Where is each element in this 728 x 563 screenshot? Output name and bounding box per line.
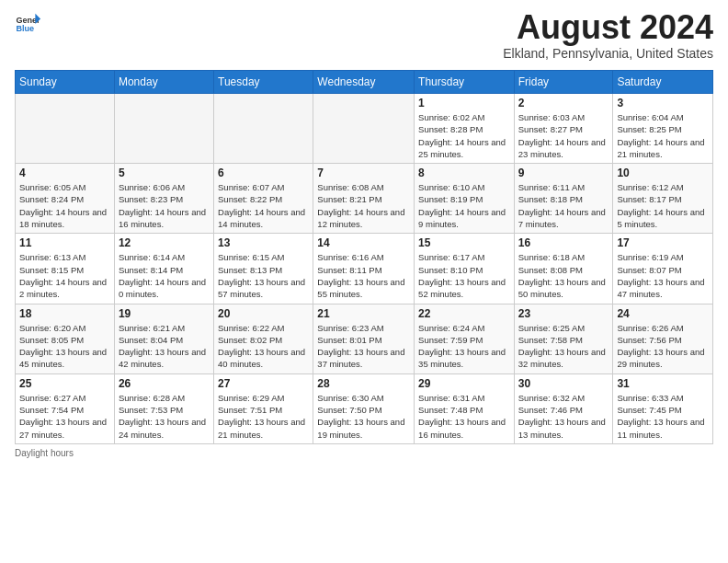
day-info: Sunrise: 6:18 AM Sunset: 8:08 PM Dayligh…: [518, 251, 609, 300]
day-number: 23: [518, 307, 609, 320]
calendar-cell: 6Sunrise: 6:07 AM Sunset: 8:22 PM Daylig…: [214, 164, 313, 234]
day-number: 25: [19, 377, 110, 390]
day-info: Sunrise: 6:06 AM Sunset: 8:23 PM Dayligh…: [119, 181, 210, 230]
day-info: Sunrise: 6:11 AM Sunset: 8:18 PM Dayligh…: [518, 181, 609, 230]
day-info: Sunrise: 6:13 AM Sunset: 8:15 PM Dayligh…: [19, 251, 110, 300]
calendar-cell: 5Sunrise: 6:06 AM Sunset: 8:23 PM Daylig…: [114, 164, 213, 234]
day-info: Sunrise: 6:19 AM Sunset: 8:07 PM Dayligh…: [617, 251, 709, 300]
day-number: 5: [119, 167, 210, 179]
day-info: Sunrise: 6:12 AM Sunset: 8:17 PM Dayligh…: [617, 181, 709, 230]
col-friday: Friday: [514, 71, 613, 94]
calendar-cell: 8Sunrise: 6:10 AM Sunset: 8:19 PM Daylig…: [415, 164, 515, 234]
week-row-2: 4Sunrise: 6:05 AM Sunset: 8:24 PM Daylig…: [16, 164, 713, 234]
calendar-cell: 17Sunrise: 6:19 AM Sunset: 8:07 PM Dayli…: [613, 234, 713, 304]
day-info: Sunrise: 6:21 AM Sunset: 8:04 PM Dayligh…: [119, 322, 210, 371]
day-number: 8: [418, 167, 510, 179]
calendar-cell: 23Sunrise: 6:25 AM Sunset: 7:58 PM Dayli…: [514, 304, 613, 373]
day-number: 1: [418, 97, 510, 109]
page: General Blue August 2024 Elkland, Pennsy…: [0, 0, 728, 465]
header: General Blue August 2024 Elkland, Pennsy…: [15, 11, 713, 61]
col-sunday: Sunday: [16, 71, 115, 94]
calendar-cell: 13Sunrise: 6:15 AM Sunset: 8:13 PM Dayli…: [214, 234, 313, 304]
calendar-cell: 25Sunrise: 6:27 AM Sunset: 7:54 PM Dayli…: [16, 373, 115, 443]
subtitle: Elkland, Pennsylvania, United States: [503, 46, 713, 61]
day-number: 31: [617, 377, 709, 390]
calendar-cell: 27Sunrise: 6:29 AM Sunset: 7:51 PM Dayli…: [214, 373, 313, 443]
day-number: 6: [218, 167, 309, 179]
day-info: Sunrise: 6:05 AM Sunset: 8:24 PM Dayligh…: [19, 181, 110, 230]
calendar-cell: 21Sunrise: 6:23 AM Sunset: 8:01 PM Dayli…: [313, 304, 415, 373]
day-number: 15: [418, 236, 510, 249]
day-info: Sunrise: 6:16 AM Sunset: 8:11 PM Dayligh…: [317, 251, 410, 300]
day-info: Sunrise: 6:27 AM Sunset: 7:54 PM Dayligh…: [19, 392, 110, 441]
day-info: Sunrise: 6:31 AM Sunset: 7:48 PM Dayligh…: [418, 392, 510, 441]
day-info: Sunrise: 6:33 AM Sunset: 7:45 PM Dayligh…: [617, 392, 709, 441]
calendar-cell: 26Sunrise: 6:28 AM Sunset: 7:53 PM Dayli…: [114, 373, 213, 443]
week-row-1: 1Sunrise: 6:02 AM Sunset: 8:28 PM Daylig…: [16, 94, 713, 164]
calendar-cell: [214, 94, 313, 164]
day-number: 20: [218, 307, 309, 320]
day-number: 9: [518, 167, 609, 179]
day-info: Sunrise: 6:28 AM Sunset: 7:53 PM Dayligh…: [119, 392, 210, 441]
day-number: 11: [19, 236, 110, 249]
day-number: 12: [119, 236, 210, 249]
day-number: 29: [418, 377, 510, 390]
calendar-cell: 4Sunrise: 6:05 AM Sunset: 8:24 PM Daylig…: [16, 164, 115, 234]
calendar-cell: 15Sunrise: 6:17 AM Sunset: 8:10 PM Dayli…: [415, 234, 515, 304]
day-number: 26: [119, 377, 210, 390]
title-block: August 2024 Elkland, Pennsylvania, Unite…: [503, 11, 713, 61]
col-tuesday: Tuesday: [214, 71, 313, 94]
calendar-cell: 22Sunrise: 6:24 AM Sunset: 7:59 PM Dayli…: [415, 304, 515, 373]
day-number: 28: [317, 377, 410, 390]
calendar-cell: [16, 94, 115, 164]
calendar-cell: 18Sunrise: 6:20 AM Sunset: 8:05 PM Dayli…: [16, 304, 115, 373]
calendar-cell: 11Sunrise: 6:13 AM Sunset: 8:15 PM Dayli…: [16, 234, 115, 304]
calendar-cell: 30Sunrise: 6:32 AM Sunset: 7:46 PM Dayli…: [514, 373, 613, 443]
logo: General Blue: [15, 11, 40, 37]
calendar-cell: [313, 94, 415, 164]
calendar-cell: [114, 94, 213, 164]
day-number: 3: [617, 97, 709, 109]
day-info: Sunrise: 6:32 AM Sunset: 7:46 PM Dayligh…: [518, 392, 609, 441]
day-number: 24: [617, 307, 709, 320]
day-info: Sunrise: 6:14 AM Sunset: 8:14 PM Dayligh…: [119, 251, 210, 300]
day-info: Sunrise: 6:17 AM Sunset: 8:10 PM Dayligh…: [418, 251, 510, 300]
calendar-cell: 14Sunrise: 6:16 AM Sunset: 8:11 PM Dayli…: [313, 234, 415, 304]
day-number: 4: [19, 167, 110, 179]
footer-note: Daylight hours: [15, 448, 713, 458]
day-info: Sunrise: 6:03 AM Sunset: 8:27 PM Dayligh…: [518, 111, 609, 160]
calendar-cell: 28Sunrise: 6:30 AM Sunset: 7:50 PM Dayli…: [313, 373, 415, 443]
day-number: 27: [218, 377, 309, 390]
calendar-cell: 2Sunrise: 6:03 AM Sunset: 8:27 PM Daylig…: [514, 94, 613, 164]
calendar-cell: 12Sunrise: 6:14 AM Sunset: 8:14 PM Dayli…: [114, 234, 213, 304]
day-info: Sunrise: 6:23 AM Sunset: 8:01 PM Dayligh…: [317, 322, 410, 371]
day-number: 2: [518, 97, 609, 109]
calendar-cell: 9Sunrise: 6:11 AM Sunset: 8:18 PM Daylig…: [514, 164, 613, 234]
calendar-cell: 1Sunrise: 6:02 AM Sunset: 8:28 PM Daylig…: [415, 94, 515, 164]
calendar-cell: 3Sunrise: 6:04 AM Sunset: 8:25 PM Daylig…: [613, 94, 713, 164]
day-number: 7: [317, 167, 410, 179]
day-info: Sunrise: 6:10 AM Sunset: 8:19 PM Dayligh…: [418, 181, 510, 230]
day-info: Sunrise: 6:08 AM Sunset: 8:21 PM Dayligh…: [317, 181, 410, 230]
day-number: 19: [119, 307, 210, 320]
day-info: Sunrise: 6:24 AM Sunset: 7:59 PM Dayligh…: [418, 322, 510, 371]
day-info: Sunrise: 6:26 AM Sunset: 7:56 PM Dayligh…: [617, 322, 709, 371]
day-number: 22: [418, 307, 510, 320]
calendar-cell: 16Sunrise: 6:18 AM Sunset: 8:08 PM Dayli…: [514, 234, 613, 304]
week-row-3: 11Sunrise: 6:13 AM Sunset: 8:15 PM Dayli…: [16, 234, 713, 304]
day-number: 14: [317, 236, 410, 249]
day-info: Sunrise: 6:22 AM Sunset: 8:02 PM Dayligh…: [218, 322, 309, 371]
col-thursday: Thursday: [415, 71, 515, 94]
week-row-4: 18Sunrise: 6:20 AM Sunset: 8:05 PM Dayli…: [16, 304, 713, 373]
calendar-cell: 20Sunrise: 6:22 AM Sunset: 8:02 PM Dayli…: [214, 304, 313, 373]
day-number: 13: [218, 236, 309, 249]
day-info: Sunrise: 6:15 AM Sunset: 8:13 PM Dayligh…: [218, 251, 309, 300]
header-row: Sunday Monday Tuesday Wednesday Thursday…: [16, 71, 713, 94]
calendar-cell: 7Sunrise: 6:08 AM Sunset: 8:21 PM Daylig…: [313, 164, 415, 234]
day-info: Sunrise: 6:04 AM Sunset: 8:25 PM Dayligh…: [617, 111, 709, 160]
col-wednesday: Wednesday: [313, 71, 415, 94]
day-number: 21: [317, 307, 410, 320]
calendar-cell: 24Sunrise: 6:26 AM Sunset: 7:56 PM Dayli…: [613, 304, 713, 373]
day-info: Sunrise: 6:20 AM Sunset: 8:05 PM Dayligh…: [19, 322, 110, 371]
day-info: Sunrise: 6:30 AM Sunset: 7:50 PM Dayligh…: [317, 392, 410, 441]
